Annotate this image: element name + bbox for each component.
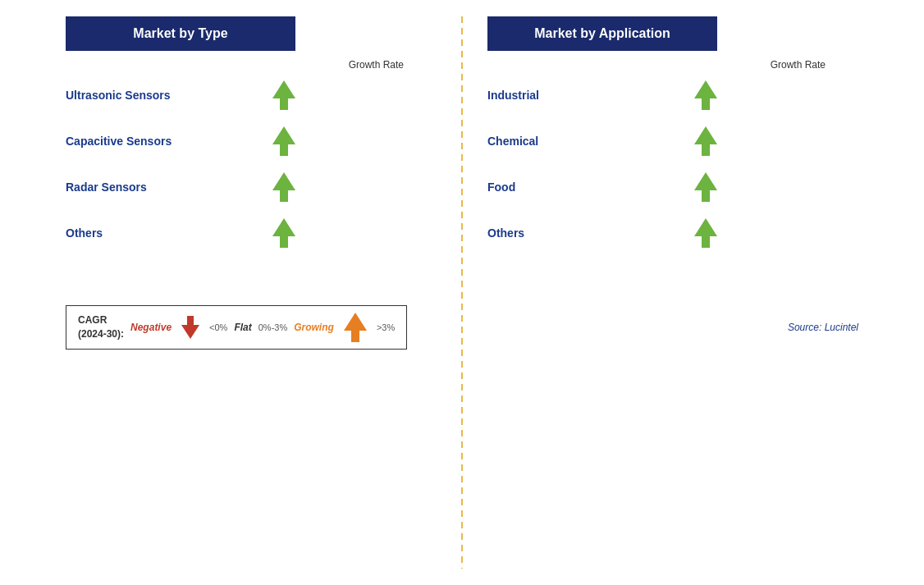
industrial-label: Industrial — [487, 89, 539, 102]
left-row-ultrasonic: Ultrasonic Sensors — [66, 72, 295, 118]
legend-box: CAGR(2024-30): Negative <0% Flat 0%-3% G… — [66, 305, 407, 350]
left-panel-title: Market by Type — [66, 16, 295, 51]
industrial-arrow-up-icon — [694, 80, 717, 110]
legend-negative-value: <0% — [209, 322, 227, 332]
chemical-arrow-up-icon — [694, 126, 717, 156]
right-row-industrial: Industrial — [487, 72, 717, 118]
legend-cagr-label: CAGR(2024-30): — [78, 313, 124, 341]
radar-arrow-up-icon — [272, 172, 295, 202]
chemical-label: Chemical — [487, 135, 538, 148]
source-text: Source: Lucintel — [629, 322, 858, 333]
left-others-label: Others — [66, 226, 103, 240]
legend-orange-up-arrow-icon — [344, 313, 367, 342]
food-label: Food — [487, 181, 515, 194]
left-row-others: Others — [66, 210, 295, 256]
right-row-others: Others — [487, 210, 717, 256]
right-growth-rate-label: Growth Rate — [620, 59, 850, 71]
food-arrow-up-icon — [694, 172, 717, 202]
legend-red-down-arrow-icon — [181, 316, 199, 339]
legend-negative-label: Negative — [130, 322, 172, 333]
right-panel: Market by Application Growth Rate Indust… — [471, 16, 875, 569]
left-growth-rate-label: Growth Rate — [199, 59, 428, 71]
right-row-food: Food — [487, 164, 717, 210]
legend-flat-label: Flat — [234, 322, 251, 333]
right-others-label: Others — [487, 226, 524, 240]
left-row-capacitive: Capacitive Sensors — [66, 118, 295, 164]
left-others-arrow-up-icon — [272, 218, 295, 248]
legend-growing-label: Growing — [294, 322, 334, 333]
right-others-arrow-up-icon — [694, 218, 717, 248]
right-panel-title: Market by Application — [487, 16, 717, 51]
ultrasonic-arrow-up-icon — [272, 80, 295, 110]
left-row-radar: Radar Sensors — [66, 164, 295, 210]
vertical-divider — [461, 16, 463, 569]
ultrasonic-sensors-label: Ultrasonic Sensors — [66, 89, 171, 102]
radar-sensors-label: Radar Sensors — [66, 181, 147, 194]
legend-growing-value: >3% — [377, 322, 395, 332]
capacitive-arrow-up-icon — [272, 126, 295, 156]
right-row-chemical: Chemical — [487, 118, 717, 164]
legend-flat-value: 0%-3% — [258, 322, 287, 332]
capacitive-sensors-label: Capacitive Sensors — [66, 135, 172, 148]
left-panel: Market by Type Growth Rate Ultrasonic Se… — [49, 16, 453, 569]
